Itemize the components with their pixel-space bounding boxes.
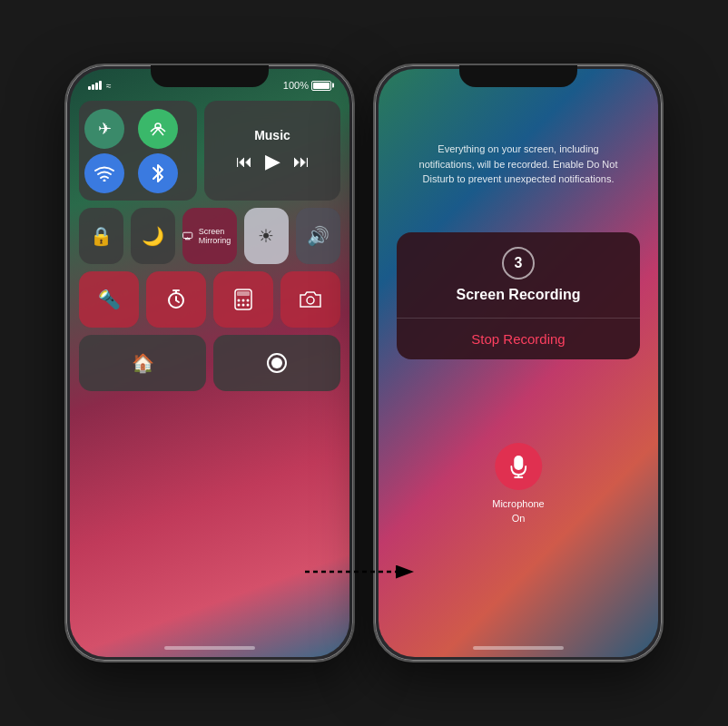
countdown-circle: 3: [502, 247, 535, 280]
home-bar: [164, 646, 255, 650]
svg-point-10: [238, 304, 241, 307]
dotted-arrow: [300, 558, 428, 585]
signal-bars: [88, 81, 102, 90]
battery-percentage: 100%: [283, 80, 309, 91]
lock-rotation-button[interactable]: 🔒: [79, 208, 123, 264]
cc-row-3: 🔦: [79, 271, 340, 328]
music-label: Music: [254, 128, 290, 142]
home-button[interactable]: 🏠: [79, 335, 206, 391]
airdrop-button[interactable]: [138, 109, 178, 149]
control-center: ✈: [79, 101, 340, 630]
music-controls: ⏮ ▶ ⏭: [236, 150, 310, 173]
right-notch: [459, 65, 577, 87]
home-icon: 🏠: [132, 352, 154, 374]
right-home-bar: [473, 646, 564, 650]
play-button[interactable]: ▶: [265, 150, 280, 173]
svg-point-8: [242, 299, 245, 302]
brightness-icon: ☀: [258, 225, 274, 247]
battery-fill: [313, 83, 330, 89]
svg-point-9: [247, 299, 250, 302]
info-text: Everything on your screen, including not…: [406, 142, 631, 187]
left-notch: [151, 65, 269, 87]
recording-popup-card: 3 Screen Recording Stop Recording: [397, 232, 640, 359]
brightness-control[interactable]: ☀: [244, 208, 289, 264]
svg-rect-17: [514, 456, 523, 470]
screen-mirroring-label: Screen Mirroring: [199, 227, 237, 245]
flashlight-button[interactable]: 🔦: [79, 271, 139, 328]
cc-row-4: 🏠: [79, 335, 340, 391]
moon-icon: 🌙: [142, 225, 164, 247]
microphone-container: Microphone On: [492, 443, 544, 525]
phones-container: ≈ 100% ✈: [0, 0, 728, 726]
screen-record-button[interactable]: [213, 335, 340, 391]
timer-button[interactable]: [146, 271, 206, 328]
stop-recording-button[interactable]: Stop Recording: [397, 319, 640, 359]
lock-rotation-icon: 🔒: [90, 225, 113, 247]
microphone-status: On: [492, 512, 544, 525]
cc-row-2: 🔒 🌙 Screen Mirroring ☀: [79, 208, 340, 264]
airplane-mode-button[interactable]: ✈: [84, 109, 124, 149]
calculator-button[interactable]: [213, 271, 273, 328]
svg-point-15: [271, 358, 282, 368]
svg-point-7: [238, 299, 241, 302]
svg-point-1: [103, 179, 106, 182]
flashlight-icon: 🔦: [98, 289, 121, 310]
svg-rect-6: [237, 291, 250, 296]
rewind-button[interactable]: ⏮: [236, 152, 252, 172]
camera-button[interactable]: [280, 271, 340, 328]
wifi-status-icon: ≈: [106, 81, 112, 91]
svg-point-13: [307, 297, 314, 304]
fast-forward-button[interactable]: ⏭: [293, 152, 310, 172]
popup-title: Screen Recording: [457, 287, 581, 303]
signal-area: ≈: [88, 81, 112, 91]
music-block: Music ⏮ ▶ ⏭: [204, 101, 340, 201]
volume-icon: 🔊: [307, 225, 330, 247]
popup-main: 3 Screen Recording: [397, 232, 640, 318]
connectivity-block: ✈: [79, 101, 197, 201]
wifi-toggle-button[interactable]: [84, 153, 124, 193]
volume-control[interactable]: 🔊: [296, 208, 340, 264]
do-not-disturb-button[interactable]: 🌙: [131, 208, 175, 264]
battery-icon: [311, 81, 331, 91]
svg-point-11: [242, 304, 245, 307]
microphone-label: Microphone: [492, 497, 544, 511]
bluetooth-toggle-button[interactable]: [138, 153, 178, 193]
battery-area: 100%: [283, 80, 331, 91]
microphone-button[interactable]: [495, 443, 542, 490]
cc-row-1: ✈: [79, 101, 340, 201]
screen-mirroring-button[interactable]: Screen Mirroring: [182, 208, 237, 264]
svg-point-12: [247, 304, 250, 307]
